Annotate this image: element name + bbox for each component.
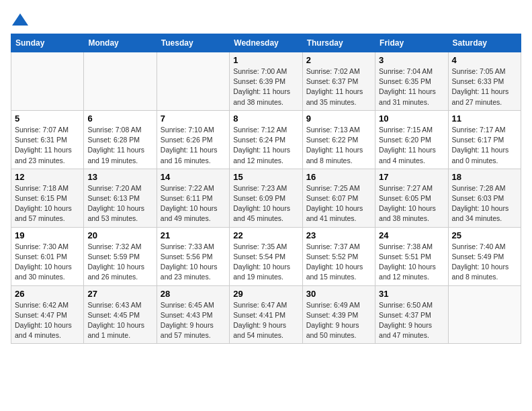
column-header-monday: Monday bbox=[84, 34, 157, 52]
day-info: Sunrise: 7:25 AM Sunset: 6:07 PM Dayligh… bbox=[306, 183, 371, 224]
calendar-cell bbox=[157, 52, 229, 111]
day-number: 7 bbox=[161, 113, 226, 124]
day-number: 9 bbox=[306, 113, 371, 124]
day-number: 12 bbox=[15, 172, 80, 182]
day-number: 8 bbox=[233, 113, 298, 124]
calendar-cell: 5Sunrise: 7:07 AM Sunset: 6:31 PM Daylig… bbox=[11, 110, 84, 169]
day-number: 24 bbox=[379, 230, 444, 240]
svg-rect-1 bbox=[17, 21, 23, 26]
day-number: 31 bbox=[379, 289, 444, 299]
calendar-cell: 19Sunrise: 7:30 AM Sunset: 6:01 PM Dayli… bbox=[11, 227, 84, 285]
calendar-cell: 25Sunrise: 7:40 AM Sunset: 5:49 PM Dayli… bbox=[448, 227, 521, 285]
calendar-cell: 3Sunrise: 7:04 AM Sunset: 6:35 PM Daylig… bbox=[375, 52, 448, 111]
day-number: 19 bbox=[15, 230, 80, 240]
calendar-cell bbox=[84, 52, 157, 111]
calendar-week-row: 5Sunrise: 7:07 AM Sunset: 6:31 PM Daylig… bbox=[11, 110, 521, 169]
calendar-cell: 14Sunrise: 7:22 AM Sunset: 6:11 PM Dayli… bbox=[157, 169, 229, 227]
day-number: 23 bbox=[306, 230, 371, 240]
calendar-cell: 12Sunrise: 7:18 AM Sunset: 6:15 PM Dayli… bbox=[11, 169, 84, 227]
calendar-cell: 29Sunrise: 6:47 AM Sunset: 4:41 PM Dayli… bbox=[230, 285, 302, 344]
day-info: Sunrise: 6:49 AM Sunset: 4:39 PM Dayligh… bbox=[306, 300, 371, 341]
day-info: Sunrise: 7:13 AM Sunset: 6:22 PM Dayligh… bbox=[306, 125, 371, 166]
day-number: 5 bbox=[15, 113, 80, 124]
calendar-cell: 17Sunrise: 7:27 AM Sunset: 6:05 PM Dayli… bbox=[375, 169, 448, 227]
calendar-cell: 10Sunrise: 7:15 AM Sunset: 6:20 PM Dayli… bbox=[375, 110, 448, 169]
calendar-cell: 16Sunrise: 7:25 AM Sunset: 6:07 PM Dayli… bbox=[302, 169, 375, 227]
day-info: Sunrise: 7:37 AM Sunset: 5:52 PM Dayligh… bbox=[306, 242, 371, 283]
day-number: 25 bbox=[452, 230, 517, 240]
calendar-cell bbox=[11, 52, 84, 111]
day-info: Sunrise: 7:10 AM Sunset: 6:26 PM Dayligh… bbox=[161, 125, 226, 166]
column-header-tuesday: Tuesday bbox=[157, 34, 229, 52]
calendar-cell: 6Sunrise: 7:08 AM Sunset: 6:28 PM Daylig… bbox=[84, 110, 157, 169]
calendar-cell: 21Sunrise: 7:33 AM Sunset: 5:56 PM Dayli… bbox=[157, 227, 229, 285]
logo bbox=[11, 11, 32, 30]
column-header-saturday: Saturday bbox=[448, 34, 521, 52]
day-info: Sunrise: 7:02 AM Sunset: 6:37 PM Dayligh… bbox=[306, 66, 371, 107]
calendar-cell: 8Sunrise: 7:12 AM Sunset: 6:24 PM Daylig… bbox=[230, 110, 302, 169]
day-number: 26 bbox=[15, 289, 80, 299]
column-header-thursday: Thursday bbox=[302, 34, 375, 52]
day-number: 13 bbox=[87, 172, 152, 182]
day-info: Sunrise: 7:08 AM Sunset: 6:28 PM Dayligh… bbox=[87, 125, 152, 166]
day-info: Sunrise: 7:30 AM Sunset: 6:01 PM Dayligh… bbox=[15, 242, 80, 283]
day-number: 16 bbox=[306, 172, 371, 182]
day-number: 4 bbox=[452, 55, 517, 65]
day-info: Sunrise: 7:00 AM Sunset: 6:39 PM Dayligh… bbox=[233, 66, 298, 107]
day-info: Sunrise: 6:47 AM Sunset: 4:41 PM Dayligh… bbox=[233, 300, 298, 341]
calendar-cell: 30Sunrise: 6:49 AM Sunset: 4:39 PM Dayli… bbox=[302, 285, 375, 344]
day-info: Sunrise: 7:17 AM Sunset: 6:17 PM Dayligh… bbox=[452, 125, 517, 166]
calendar-cell: 22Sunrise: 7:35 AM Sunset: 5:54 PM Dayli… bbox=[230, 227, 302, 285]
calendar-week-row: 12Sunrise: 7:18 AM Sunset: 6:15 PM Dayli… bbox=[11, 169, 521, 227]
calendar-cell: 28Sunrise: 6:45 AM Sunset: 4:43 PM Dayli… bbox=[157, 285, 229, 344]
day-number: 21 bbox=[161, 230, 226, 240]
day-info: Sunrise: 7:32 AM Sunset: 5:59 PM Dayligh… bbox=[87, 242, 152, 283]
calendar-cell: 2Sunrise: 7:02 AM Sunset: 6:37 PM Daylig… bbox=[302, 52, 375, 111]
day-info: Sunrise: 6:43 AM Sunset: 4:45 PM Dayligh… bbox=[87, 300, 152, 341]
day-info: Sunrise: 7:28 AM Sunset: 6:03 PM Dayligh… bbox=[452, 183, 517, 224]
calendar-week-row: 26Sunrise: 6:42 AM Sunset: 4:47 PM Dayli… bbox=[11, 285, 521, 344]
day-info: Sunrise: 7:33 AM Sunset: 5:56 PM Dayligh… bbox=[161, 242, 226, 283]
calendar-cell: 11Sunrise: 7:17 AM Sunset: 6:17 PM Dayli… bbox=[448, 110, 521, 169]
calendar-cell: 7Sunrise: 7:10 AM Sunset: 6:26 PM Daylig… bbox=[157, 110, 229, 169]
day-number: 2 bbox=[306, 55, 371, 65]
day-info: Sunrise: 6:42 AM Sunset: 4:47 PM Dayligh… bbox=[15, 300, 80, 341]
day-number: 18 bbox=[452, 172, 517, 182]
day-number: 29 bbox=[233, 289, 298, 299]
day-info: Sunrise: 6:50 AM Sunset: 4:37 PM Dayligh… bbox=[379, 300, 444, 341]
day-number: 30 bbox=[306, 289, 371, 299]
day-info: Sunrise: 7:20 AM Sunset: 6:13 PM Dayligh… bbox=[87, 183, 152, 224]
day-number: 28 bbox=[161, 289, 226, 299]
calendar-cell: 9Sunrise: 7:13 AM Sunset: 6:22 PM Daylig… bbox=[302, 110, 375, 169]
day-number: 6 bbox=[87, 113, 152, 124]
calendar-cell: 18Sunrise: 7:28 AM Sunset: 6:03 PM Dayli… bbox=[448, 169, 521, 227]
day-info: Sunrise: 7:12 AM Sunset: 6:24 PM Dayligh… bbox=[233, 125, 298, 166]
day-number: 3 bbox=[379, 55, 444, 65]
day-number: 11 bbox=[452, 113, 517, 124]
day-info: Sunrise: 6:45 AM Sunset: 4:43 PM Dayligh… bbox=[161, 300, 226, 341]
day-info: Sunrise: 7:18 AM Sunset: 6:15 PM Dayligh… bbox=[15, 183, 80, 224]
column-header-friday: Friday bbox=[375, 34, 448, 52]
day-number: 22 bbox=[233, 230, 298, 240]
calendar-cell: 4Sunrise: 7:05 AM Sunset: 6:33 PM Daylig… bbox=[448, 52, 521, 111]
calendar-cell: 20Sunrise: 7:32 AM Sunset: 5:59 PM Dayli… bbox=[84, 227, 157, 285]
calendar-cell: 26Sunrise: 6:42 AM Sunset: 4:47 PM Dayli… bbox=[11, 285, 84, 344]
day-info: Sunrise: 7:35 AM Sunset: 5:54 PM Dayligh… bbox=[233, 242, 298, 283]
calendar-week-row: 19Sunrise: 7:30 AM Sunset: 6:01 PM Dayli… bbox=[11, 227, 521, 285]
day-number: 10 bbox=[379, 113, 444, 124]
calendar-cell: 13Sunrise: 7:20 AM Sunset: 6:13 PM Dayli… bbox=[84, 169, 157, 227]
day-number: 17 bbox=[379, 172, 444, 182]
calendar-cell: 23Sunrise: 7:37 AM Sunset: 5:52 PM Dayli… bbox=[302, 227, 375, 285]
day-info: Sunrise: 7:04 AM Sunset: 6:35 PM Dayligh… bbox=[379, 66, 444, 107]
calendar-cell: 27Sunrise: 6:43 AM Sunset: 4:45 PM Dayli… bbox=[84, 285, 157, 344]
calendar-cell: 31Sunrise: 6:50 AM Sunset: 4:37 PM Dayli… bbox=[375, 285, 448, 344]
day-info: Sunrise: 7:40 AM Sunset: 5:49 PM Dayligh… bbox=[452, 242, 517, 283]
day-info: Sunrise: 7:38 AM Sunset: 5:51 PM Dayligh… bbox=[379, 242, 444, 283]
day-info: Sunrise: 7:15 AM Sunset: 6:20 PM Dayligh… bbox=[379, 125, 444, 166]
day-info: Sunrise: 7:23 AM Sunset: 6:09 PM Dayligh… bbox=[233, 183, 298, 224]
day-number: 1 bbox=[233, 55, 298, 65]
day-number: 20 bbox=[87, 230, 152, 240]
day-info: Sunrise: 7:27 AM Sunset: 6:05 PM Dayligh… bbox=[379, 183, 444, 224]
calendar-week-row: 1Sunrise: 7:00 AM Sunset: 6:39 PM Daylig… bbox=[11, 52, 521, 111]
calendar-table: SundayMondayTuesdayWednesdayThursdayFrid… bbox=[11, 34, 521, 344]
